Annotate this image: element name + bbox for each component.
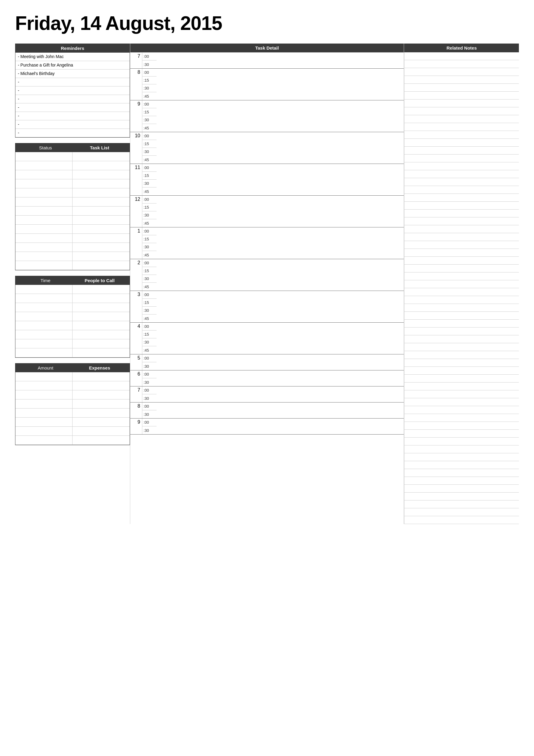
task-status-cell[interactable] <box>15 216 72 224</box>
call-row[interactable] <box>15 303 130 312</box>
slot-row[interactable]: :00 <box>142 100 157 108</box>
expense-amount-cell[interactable] <box>15 409 72 417</box>
note-row[interactable] <box>404 493 519 500</box>
note-row[interactable] <box>404 296 519 304</box>
task-row[interactable] <box>15 216 130 225</box>
task-row[interactable] <box>15 234 130 243</box>
expense-row[interactable] <box>15 418 130 427</box>
task-desc-cell[interactable] <box>72 170 130 179</box>
task-desc-cell[interactable] <box>72 161 130 170</box>
call-time-cell[interactable] <box>15 294 72 303</box>
call-row[interactable] <box>15 285 130 294</box>
note-row[interactable] <box>404 99 519 107</box>
slot-row[interactable]: :15 <box>142 203 157 211</box>
expense-amount-cell[interactable] <box>15 399 72 408</box>
call-person-cell[interactable] <box>72 348 130 357</box>
slot-row[interactable]: :15 <box>142 140 157 148</box>
expense-row[interactable] <box>15 409 130 418</box>
expense-desc-cell[interactable] <box>72 418 130 426</box>
note-row[interactable] <box>404 312 519 320</box>
task-status-cell[interactable] <box>15 152 72 161</box>
expense-amount-cell[interactable] <box>15 381 72 390</box>
task-desc-cell[interactable] <box>72 206 130 215</box>
note-row[interactable] <box>404 414 519 422</box>
expense-row[interactable] <box>15 399 130 409</box>
call-person-cell[interactable] <box>72 294 130 303</box>
note-row[interactable] <box>404 194 519 202</box>
call-time-cell[interactable] <box>15 321 72 330</box>
note-row[interactable] <box>404 84 519 92</box>
note-row[interactable] <box>404 76 519 84</box>
call-time-cell[interactable] <box>15 339 72 348</box>
slot-row[interactable]: :30 <box>142 338 157 346</box>
expense-desc-cell[interactable] <box>72 409 130 417</box>
note-row[interactable] <box>404 288 519 296</box>
slot-row[interactable]: :30 <box>142 116 157 124</box>
slot-row[interactable]: :00 <box>142 387 157 394</box>
note-row[interactable] <box>404 202 519 209</box>
call-person-cell[interactable] <box>72 303 130 312</box>
slot-row[interactable]: :00 <box>142 370 157 378</box>
slot-row[interactable]: :30 <box>142 148 157 156</box>
expense-amount-cell[interactable] <box>15 427 72 435</box>
task-row[interactable] <box>15 179 130 188</box>
note-row[interactable] <box>404 139 519 147</box>
note-row[interactable] <box>404 52 519 60</box>
task-desc-cell[interactable] <box>72 179 130 188</box>
slot-row[interactable]: :45 <box>142 124 157 132</box>
note-row[interactable] <box>404 422 519 430</box>
note-row[interactable] <box>404 162 519 170</box>
note-row[interactable] <box>404 154 519 162</box>
note-row[interactable] <box>404 304 519 312</box>
task-desc-cell[interactable] <box>72 188 130 197</box>
note-row[interactable] <box>404 453 519 461</box>
task-status-cell[interactable] <box>15 243 72 252</box>
expense-desc-cell[interactable] <box>72 427 130 435</box>
slot-row[interactable]: :15 <box>142 108 157 116</box>
expense-desc-cell[interactable] <box>72 391 130 399</box>
note-row[interactable] <box>404 485 519 493</box>
note-row[interactable] <box>404 438 519 446</box>
call-row[interactable] <box>15 321 130 330</box>
slot-row[interactable]: :30 <box>142 180 157 187</box>
slot-row[interactable]: :15 <box>142 235 157 243</box>
slot-row[interactable]: :15 <box>142 299 157 307</box>
note-row[interactable] <box>404 516 519 524</box>
note-row[interactable] <box>404 249 519 257</box>
slot-row[interactable]: :30 <box>142 394 157 402</box>
slot-row[interactable]: :30 <box>142 61 157 68</box>
slot-row[interactable]: :30 <box>142 378 157 386</box>
note-row[interactable] <box>404 217 519 225</box>
slot-row[interactable]: :45 <box>142 251 157 259</box>
note-row[interactable] <box>404 359 519 367</box>
note-row[interactable] <box>404 115 519 123</box>
call-person-cell[interactable] <box>72 339 130 348</box>
task-desc-cell[interactable] <box>72 225 130 233</box>
task-row[interactable] <box>15 261 130 270</box>
call-row[interactable] <box>15 312 130 321</box>
slot-row[interactable]: :00 <box>142 291 157 299</box>
slot-row[interactable]: :00 <box>142 228 157 235</box>
slot-row[interactable]: :45 <box>142 219 157 227</box>
call-person-cell[interactable] <box>72 321 130 330</box>
task-desc-cell[interactable] <box>72 261 130 270</box>
slot-row[interactable]: :45 <box>142 92 157 100</box>
note-row[interactable] <box>404 170 519 178</box>
note-row[interactable] <box>404 68 519 76</box>
note-row[interactable] <box>404 500 519 508</box>
note-row[interactable] <box>404 477 519 485</box>
note-row[interactable] <box>404 351 519 359</box>
note-row[interactable] <box>404 336 519 343</box>
slot-row[interactable]: :00 <box>142 68 157 76</box>
call-row[interactable] <box>15 339 130 348</box>
task-status-cell[interactable] <box>15 188 72 197</box>
task-desc-cell[interactable] <box>72 216 130 224</box>
slot-row[interactable]: :00 <box>142 53 157 61</box>
task-desc-cell[interactable] <box>72 152 130 161</box>
note-row[interactable] <box>404 461 519 469</box>
slot-row[interactable]: :30 <box>142 84 157 92</box>
note-row[interactable] <box>404 186 519 194</box>
slot-row[interactable]: :00 <box>142 164 157 172</box>
note-row[interactable] <box>404 272 519 280</box>
note-row[interactable] <box>404 328 519 336</box>
